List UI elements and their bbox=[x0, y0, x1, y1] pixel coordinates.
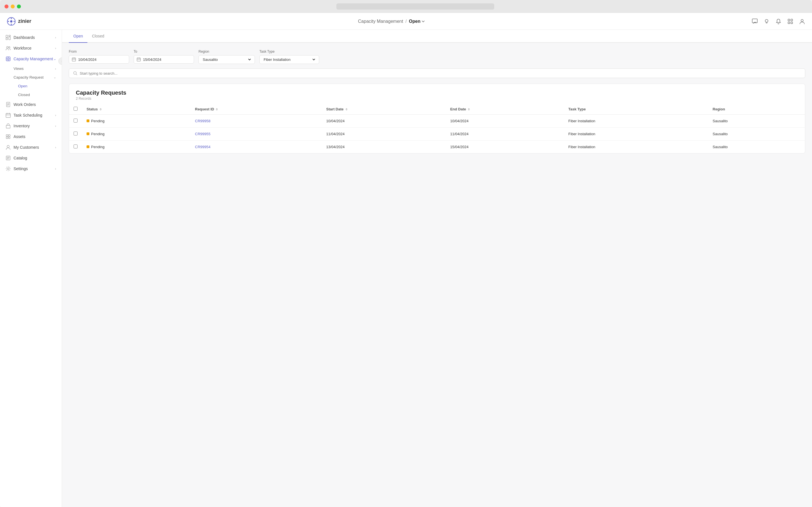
region-select[interactable]: Sausalito San Francisco Oakland bbox=[202, 57, 252, 62]
row-status-0: Pending bbox=[82, 115, 191, 128]
workforce-chevron: › bbox=[55, 47, 56, 50]
row-checkbox-1[interactable] bbox=[73, 131, 78, 135]
workforce-icon bbox=[6, 46, 11, 51]
svg-rect-14 bbox=[9, 35, 10, 36]
sidebar-item-assets[interactable]: Assets bbox=[0, 131, 62, 142]
row-region-1: Sausalito bbox=[708, 128, 805, 140]
search-input[interactable] bbox=[80, 71, 801, 75]
top-nav: zinier Capacity Management / Open bbox=[0, 13, 812, 30]
breadcrumb: Capacity Management / Open bbox=[358, 19, 425, 24]
user-icon[interactable] bbox=[799, 18, 805, 24]
address-bar[interactable] bbox=[336, 3, 494, 10]
region-select-wrap[interactable]: Sausalito San Francisco Oakland bbox=[199, 55, 255, 64]
svg-point-33 bbox=[73, 71, 77, 74]
catalog-icon bbox=[6, 156, 11, 161]
main-content: Open Closed From bbox=[62, 30, 812, 507]
table-title: Capacity Requests bbox=[76, 90, 798, 96]
row-request-id-2[interactable]: CR99954 bbox=[191, 140, 322, 154]
my-customers-icon bbox=[6, 145, 11, 150]
task-type-select-wrap[interactable]: Fiber Installation Cable Repair Network … bbox=[259, 55, 319, 64]
row-request-id-1[interactable]: CR99955 bbox=[191, 128, 322, 140]
bell-icon[interactable] bbox=[775, 18, 781, 24]
from-date-input[interactable] bbox=[78, 57, 126, 62]
sidebar-sub-item-views[interactable]: Views › bbox=[13, 64, 62, 73]
svg-point-30 bbox=[7, 168, 9, 170]
sidebar-item-my-customers[interactable]: My Customers › bbox=[0, 142, 62, 153]
to-date-picker[interactable] bbox=[134, 55, 194, 64]
col-header-status[interactable]: Status bbox=[87, 107, 102, 111]
row-task-type-2: Fiber Installation bbox=[564, 140, 708, 154]
status-label-2: Pending bbox=[91, 145, 105, 149]
svg-point-5 bbox=[13, 21, 15, 22]
row-task-type-1: Fiber Installation bbox=[564, 128, 708, 140]
maximize-btn[interactable] bbox=[17, 4, 21, 8]
minimize-btn[interactable] bbox=[11, 4, 15, 8]
svg-point-1 bbox=[10, 20, 12, 22]
status-dot-1 bbox=[87, 132, 89, 135]
breadcrumb-parent[interactable]: Capacity Management bbox=[358, 19, 403, 24]
row-start-date-2: 13/04/2024 bbox=[322, 140, 446, 154]
svg-point-3 bbox=[11, 24, 12, 25]
tab-closed[interactable]: Closed bbox=[87, 30, 109, 43]
from-date-picker[interactable] bbox=[69, 55, 129, 64]
calendar-to-icon bbox=[137, 57, 141, 62]
svg-rect-15 bbox=[6, 38, 8, 40]
row-checkbox-2[interactable] bbox=[73, 145, 78, 149]
to-date-input[interactable] bbox=[143, 57, 191, 62]
svg-point-28 bbox=[7, 145, 9, 148]
svg-point-27 bbox=[8, 137, 10, 138]
svg-rect-26 bbox=[6, 137, 8, 138]
tabs-bar: Open Closed bbox=[62, 30, 812, 43]
row-request-id-0[interactable]: CR99958 bbox=[191, 115, 322, 128]
row-start-date-1: 11/04/2024 bbox=[322, 128, 446, 140]
row-checkbox-0[interactable] bbox=[73, 119, 78, 122]
svg-rect-8 bbox=[788, 19, 790, 21]
filters-row: From To bbox=[69, 50, 805, 64]
col-header-start-date[interactable]: Start Date bbox=[326, 107, 348, 111]
comment-icon[interactable] bbox=[752, 18, 758, 24]
settings-icon bbox=[6, 166, 11, 171]
svg-point-7 bbox=[765, 19, 768, 22]
sidebar-item-dashboards-label: Dashboards bbox=[13, 35, 35, 40]
task-scheduling-chevron: › bbox=[55, 114, 56, 117]
capacity-requests-table: Status Request ID bbox=[69, 104, 805, 153]
sidebar-item-work-orders[interactable]: Work Orders bbox=[0, 99, 62, 110]
search-bar[interactable] bbox=[69, 68, 805, 78]
col-header-request-id[interactable]: Request ID bbox=[195, 107, 219, 111]
svg-rect-23 bbox=[6, 125, 10, 128]
sidebar-item-inventory[interactable]: Inventory › bbox=[0, 121, 62, 131]
close-btn[interactable] bbox=[4, 4, 8, 8]
assets-icon bbox=[6, 134, 11, 139]
svg-point-20 bbox=[7, 58, 9, 60]
table-row: Pending CR99954 13/04/2024 15/04/2024 Fi… bbox=[69, 140, 805, 154]
sidebar-sub-item-open[interactable]: Open bbox=[13, 82, 62, 91]
sidebar-item-capacity-management[interactable]: Capacity Management ⌄ bbox=[0, 54, 62, 64]
work-orders-icon bbox=[6, 102, 11, 107]
sidebar-item-settings-label: Settings bbox=[13, 166, 28, 171]
svg-rect-16 bbox=[9, 37, 10, 40]
sidebar-item-task-scheduling[interactable]: Task Scheduling › bbox=[0, 110, 62, 121]
logo: zinier bbox=[7, 17, 31, 26]
grid-icon[interactable] bbox=[787, 18, 794, 24]
sidebar-item-work-orders-label: Work Orders bbox=[13, 102, 36, 107]
svg-rect-22 bbox=[6, 114, 10, 117]
sidebar-item-workforce[interactable]: Workforce › bbox=[0, 43, 62, 54]
select-all-checkbox[interactable] bbox=[73, 107, 78, 111]
tab-open[interactable]: Open bbox=[69, 30, 87, 43]
table-row: Pending CR99958 10/04/2024 10/04/2024 Fi… bbox=[69, 115, 805, 128]
col-header-end-date[interactable]: End Date bbox=[450, 107, 470, 111]
sidebar-item-settings[interactable]: Settings › bbox=[0, 163, 62, 174]
sidebar-sub-item-capacity-request[interactable]: Capacity Request ⌄ bbox=[13, 73, 62, 82]
breadcrumb-separator: / bbox=[405, 19, 407, 24]
bulb-icon[interactable] bbox=[763, 18, 770, 24]
logo-text: zinier bbox=[18, 18, 31, 24]
row-region-2: Sausalito bbox=[708, 140, 805, 154]
sidebar-item-catalog[interactable]: Catalog bbox=[0, 153, 62, 163]
breadcrumb-current[interactable]: Open bbox=[409, 19, 425, 24]
sidebar-sub-item-closed[interactable]: Closed bbox=[13, 91, 62, 99]
task-type-select[interactable]: Fiber Installation Cable Repair Network … bbox=[262, 57, 316, 62]
sidebar-item-dashboards[interactable]: Dashboards › bbox=[0, 32, 62, 43]
sort-icon-end-date bbox=[467, 108, 470, 111]
status-dot-0 bbox=[87, 119, 89, 122]
svg-rect-9 bbox=[791, 19, 793, 21]
